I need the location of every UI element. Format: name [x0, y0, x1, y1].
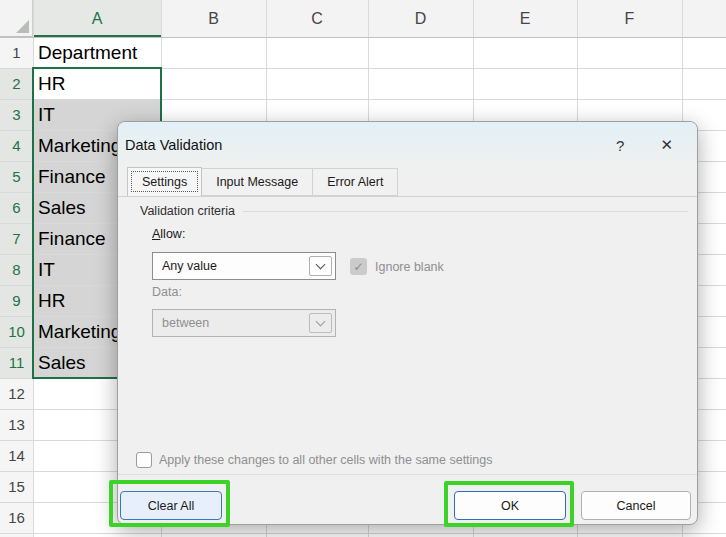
cell-a2[interactable]: HR: [33, 68, 233, 99]
apply-changes-label: Apply these changes to all other cells w…: [159, 453, 493, 467]
row-header-13[interactable]: 13: [0, 409, 33, 440]
row-header-1[interactable]: 1: [0, 37, 33, 68]
dialog-titlebar: Data Validation ? ✕: [118, 122, 697, 168]
apply-changes-checkbox[interactable]: [136, 452, 152, 468]
column-header-d[interactable]: D: [368, 0, 473, 37]
data-dropdown-value: between: [162, 316, 209, 330]
column-header-c[interactable]: C: [266, 0, 368, 37]
checkmark-icon: ✓: [353, 260, 363, 274]
group-divider: [243, 211, 688, 212]
column-header-e[interactable]: E: [473, 0, 577, 37]
tab-error-alert[interactable]: Error Alert: [313, 168, 398, 196]
column-header-f[interactable]: F: [577, 0, 682, 37]
select-all-corner[interactable]: [0, 0, 33, 37]
row-header-11[interactable]: 11: [0, 347, 33, 378]
column-header-a[interactable]: A: [33, 0, 161, 37]
tab-divider: [118, 196, 697, 197]
ok-button[interactable]: OK: [454, 491, 566, 520]
chevron-down-icon[interactable]: [309, 256, 332, 276]
data-validation-dialog: Data Validation ? ✕ Settings Input Messa…: [117, 121, 698, 525]
allow-dropdown-value: Any value: [162, 259, 217, 273]
row-header-5[interactable]: 5: [0, 161, 33, 192]
dialog-title: Data Validation: [125, 137, 222, 153]
row-header-12[interactable]: 12: [0, 378, 33, 409]
allow-dropdown[interactable]: Any value: [152, 252, 336, 280]
select-all-triangle-icon: [16, 20, 29, 33]
row-header-6[interactable]: 6: [0, 192, 33, 223]
row-header-2[interactable]: 2: [0, 68, 33, 99]
validation-criteria-group: Validation criteria: [140, 204, 688, 218]
row-header-14[interactable]: 14: [0, 440, 33, 471]
row-header-9[interactable]: 9: [0, 285, 33, 316]
tab-input-message[interactable]: Input Message: [202, 168, 313, 196]
validation-criteria-label: Validation criteria: [140, 204, 235, 218]
ignore-blank-checkbox: ✓: [350, 258, 367, 275]
row-header-16[interactable]: 16: [0, 502, 33, 533]
ignore-blank-label: Ignore blank: [375, 260, 444, 274]
tab-settings[interactable]: Settings: [127, 167, 202, 196]
close-icon[interactable]: ✕: [660, 136, 673, 154]
row-header-4[interactable]: 4: [0, 130, 33, 161]
gridline-horizontal: [0, 533, 726, 534]
chevron-down-icon: [309, 313, 332, 333]
row-header-10[interactable]: 10: [0, 316, 33, 347]
row-header-15[interactable]: 15: [0, 471, 33, 502]
data-label: Data:: [152, 285, 182, 299]
row-header-8[interactable]: 8: [0, 254, 33, 285]
help-icon[interactable]: ?: [616, 137, 624, 154]
screenshot-root: ABCDEF12345678910111213141516DepartmentH…: [0, 0, 726, 537]
cell-a1[interactable]: Department: [33, 37, 233, 68]
dialog-tabs: Settings Input Message Error Alert: [127, 168, 398, 196]
column-header-b[interactable]: B: [161, 0, 266, 37]
footer-divider: [118, 474, 697, 475]
row-header-7[interactable]: 7: [0, 223, 33, 254]
data-dropdown: between: [152, 309, 336, 337]
clear-all-button[interactable]: Clear All: [120, 491, 222, 520]
cancel-button[interactable]: Cancel: [581, 491, 691, 520]
row-header-3[interactable]: 3: [0, 99, 33, 130]
allow-label: Allow:: [152, 227, 185, 241]
